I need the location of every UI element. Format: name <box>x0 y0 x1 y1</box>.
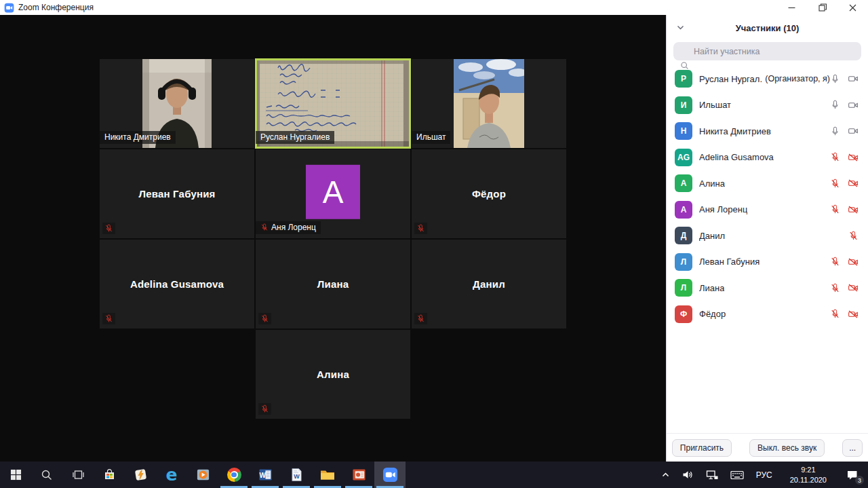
participant-row-alina[interactable]: А Алина <box>667 170 868 197</box>
network-button[interactable] <box>701 462 723 488</box>
restore-button[interactable] <box>807 0 837 15</box>
participant-name: Аня Лоренц <box>699 204 747 214</box>
tile-name-text: Руслан Нургалиев <box>260 132 330 142</box>
participant-name: Фёдор <box>699 309 726 319</box>
video-tile-ruslan[interactable]: Руслан Нургалиев <box>256 59 410 148</box>
powerpoint-icon <box>352 468 366 482</box>
search-input[interactable] <box>673 42 861 60</box>
mic-on-icon <box>830 100 840 110</box>
chevron-down-icon[interactable] <box>676 23 685 32</box>
word-document-button[interactable]: W <box>281 462 312 488</box>
zoom-window: Zoom Конференция <box>0 0 868 488</box>
camera-on-icon <box>848 126 859 136</box>
close-button[interactable] <box>837 0 868 15</box>
avatar: Л <box>675 279 692 297</box>
muted-mic-badge <box>414 223 427 234</box>
participant-name: Данил <box>699 231 725 241</box>
mic-muted-icon <box>830 179 840 189</box>
word-icon: W <box>258 468 273 482</box>
mic-muted-icon <box>830 309 840 319</box>
language-indicator[interactable]: РУС <box>751 462 777 488</box>
invite-button[interactable]: Пригласить <box>672 439 732 457</box>
avatar: AG <box>675 149 692 166</box>
volume-button[interactable] <box>677 462 698 488</box>
tray-expand-button[interactable] <box>656 462 675 488</box>
word-button[interactable]: W <box>250 462 281 488</box>
media-player-button[interactable] <box>187 462 218 488</box>
video-area: Никита Дмитриев <box>0 15 666 462</box>
windows-logo-icon <box>10 469 22 481</box>
participants-list: Р Руслан Нургал... (Организатор, я) И Ил… <box>667 66 868 433</box>
participants-panel: Участники (10) Р Руслан Нургал... (Орган… <box>666 15 868 462</box>
participant-row-adelina[interactable]: AG Adelina Gusamova <box>667 145 868 171</box>
audio-tile-danil[interactable]: Данил <box>412 240 566 329</box>
avatar: Ф <box>675 305 692 323</box>
tile-name-text: Алина <box>256 330 410 419</box>
camera-off-icon <box>848 309 859 320</box>
avatar: И <box>675 96 692 114</box>
participant-row-anya[interactable]: А Аня Лоренц <box>667 197 868 223</box>
start-button[interactable] <box>0 462 31 488</box>
edge-button[interactable]: e <box>156 462 187 488</box>
audio-tile-adelina[interactable]: Adelina Gusamova <box>100 240 254 329</box>
speaker-icon <box>682 470 694 480</box>
taskbar-search-button[interactable] <box>31 462 62 488</box>
video-tile-ilshat[interactable]: Ильшат <box>412 59 566 148</box>
action-center-button[interactable]: 3 <box>840 462 865 488</box>
touch-keyboard-button[interactable] <box>726 462 749 488</box>
participant-row-ilshat[interactable]: И Ильшат <box>667 92 868 119</box>
mic-muted-icon <box>830 204 840 214</box>
minimize-button[interactable] <box>776 0 807 15</box>
winamp-button[interactable] <box>125 462 156 488</box>
microsoft-store-button[interactable] <box>94 462 125 488</box>
participant-row-nikita[interactable]: Н Никита Дмитриев <box>667 118 868 145</box>
participants-title: Участники (10) <box>667 23 868 33</box>
mute-all-button[interactable]: Выкл. весь звук <box>749 439 825 457</box>
video-tile-nikita[interactable]: Никита Дмитриев <box>100 59 254 148</box>
zoom-taskbar-button[interactable] <box>374 462 406 488</box>
mic-muted-icon <box>416 224 425 233</box>
tile-name-label: Никита Дмитриев <box>100 131 176 144</box>
notification-badge: 3 <box>855 476 864 485</box>
participant-name: Алина <box>699 179 725 189</box>
search-wrap <box>667 41 868 66</box>
audio-tile-levan[interactable]: Леван Габуния <box>100 149 254 238</box>
audio-tile-liana[interactable]: Лиана <box>256 240 410 329</box>
chrome-button[interactable] <box>218 462 250 488</box>
participant-row-levan[interactable]: Л Леван Габуния <box>667 249 868 276</box>
mic-muted-icon <box>848 231 859 241</box>
task-view-button[interactable] <box>62 462 94 488</box>
camera-on-icon <box>848 73 859 84</box>
mic-muted-icon <box>104 314 113 323</box>
file-explorer-button[interactable] <box>312 462 343 488</box>
muted-mic-badge <box>258 313 271 324</box>
tile-name-text: Adelina Gusamova <box>100 240 254 329</box>
camera-off-icon <box>848 178 859 189</box>
tile-name-text: Никита Дмитриев <box>104 132 171 142</box>
powerpoint-button[interactable] <box>343 462 374 488</box>
clock[interactable]: 9:21 20.11.2020 <box>780 462 837 488</box>
mic-muted-icon <box>830 152 840 162</box>
participant-name: Ильшат <box>699 100 731 110</box>
avatar: Н <box>675 122 692 140</box>
mic-muted-icon <box>416 314 425 323</box>
tray-time: 9:21 <box>790 465 827 475</box>
participant-row-danil[interactable]: Д Данил <box>667 223 868 249</box>
chevron-up-icon <box>661 470 670 479</box>
muted-mic-badge <box>102 313 115 324</box>
tile-name-text: Фёдор <box>412 149 566 238</box>
avatar-tile-anya[interactable]: А Аня Лоренц <box>256 149 410 238</box>
tile-name-text: Данил <box>412 240 566 329</box>
more-options-button[interactable]: ... <box>842 439 863 457</box>
participant-name: Лиана <box>699 283 724 293</box>
avatar: Р <box>675 70 692 88</box>
store-icon <box>103 468 116 481</box>
participant-row-fedor[interactable]: Ф Фёдор <box>667 301 868 328</box>
word-document-icon: W <box>290 468 303 482</box>
winamp-icon <box>134 468 148 482</box>
audio-tile-fedor[interactable]: Фёдор <box>412 149 566 238</box>
participant-row-ruslan[interactable]: Р Руслан Нургал... (Организатор, я) <box>667 66 868 92</box>
participant-row-liana[interactable]: Л Лиана <box>667 275 868 301</box>
mic-muted-icon <box>830 257 840 267</box>
audio-tile-alina[interactable]: Алина <box>256 330 410 419</box>
